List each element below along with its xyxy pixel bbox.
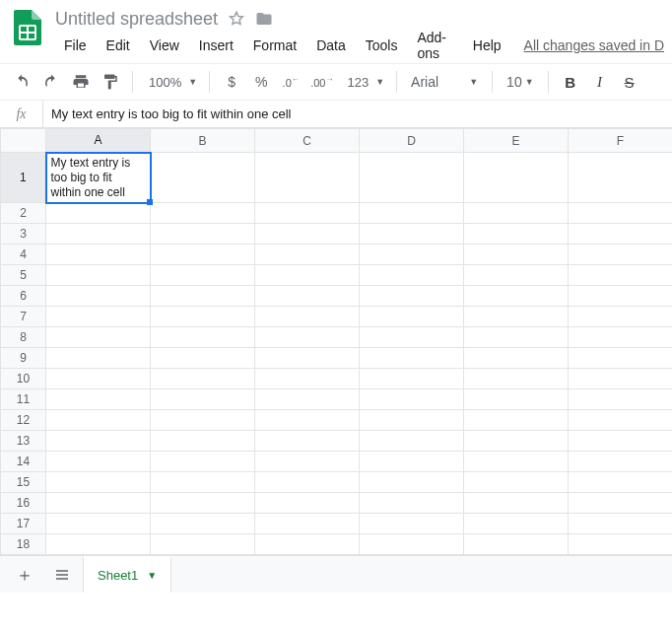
save-status[interactable]: All changes saved in D — [524, 37, 664, 53]
cell-B15[interactable] — [151, 472, 255, 493]
cell-E18[interactable] — [464, 534, 569, 555]
cell-E17[interactable] — [464, 514, 569, 534]
row-header-7[interactable]: 7 — [1, 307, 46, 327]
cell-F11[interactable] — [569, 389, 673, 410]
row-header-6[interactable]: 6 — [1, 286, 46, 307]
cell-D11[interactable] — [360, 389, 464, 410]
cell-D17[interactable] — [360, 514, 464, 534]
cell-D9[interactable] — [360, 348, 464, 369]
cell-B16[interactable] — [151, 493, 255, 514]
cell-D14[interactable] — [360, 452, 464, 472]
cell-C13[interactable] — [255, 431, 360, 452]
spreadsheet-grid[interactable]: A B C D E F 1My text entry is too big to… — [0, 128, 672, 555]
cell-A14[interactable] — [46, 452, 151, 472]
menu-format[interactable]: Format — [244, 34, 305, 57]
cell-C15[interactable] — [255, 472, 360, 493]
cell-D7[interactable] — [360, 307, 464, 327]
cell-C9[interactable] — [255, 348, 360, 369]
cell-C3[interactable] — [255, 224, 360, 245]
row-header-8[interactable]: 8 — [1, 327, 46, 348]
col-header-A[interactable]: A — [46, 129, 151, 153]
menu-insert[interactable]: Insert — [190, 34, 242, 57]
more-formats-button[interactable]: 123▼ — [339, 68, 388, 96]
cell-A3[interactable] — [46, 224, 151, 245]
menu-view[interactable]: View — [141, 34, 188, 57]
cell-F13[interactable] — [569, 431, 673, 452]
cell-D2[interactable] — [360, 203, 464, 224]
cell-A4[interactable] — [46, 245, 151, 265]
cell-D5[interactable] — [360, 265, 464, 286]
cell-B7[interactable] — [151, 307, 255, 327]
cell-A15[interactable] — [46, 472, 151, 493]
format-percent-button[interactable]: % — [247, 68, 275, 96]
cell-E15[interactable] — [464, 472, 569, 493]
cell-C17[interactable] — [255, 514, 360, 534]
cell-B11[interactable] — [151, 389, 255, 410]
cell-E9[interactable] — [464, 348, 569, 369]
fx-icon[interactable]: fx — [0, 101, 43, 127]
cell-F16[interactable] — [569, 493, 673, 514]
col-header-D[interactable]: D — [360, 129, 464, 153]
cell-C7[interactable] — [255, 307, 360, 327]
cell-B18[interactable] — [151, 534, 255, 555]
folder-icon[interactable] — [255, 10, 273, 28]
cell-D4[interactable] — [360, 245, 464, 265]
cell-F2[interactable] — [569, 203, 673, 224]
cell-D18[interactable] — [360, 534, 464, 555]
col-header-F[interactable]: F — [569, 129, 673, 153]
cell-A1[interactable]: My text entry is too big to fit within o… — [46, 153, 151, 203]
row-header-1[interactable]: 1 — [1, 153, 46, 203]
cell-F18[interactable] — [569, 534, 673, 555]
add-sheet-button[interactable]: ＋ — [8, 560, 41, 590]
italic-button[interactable]: I — [586, 68, 614, 96]
row-header-13[interactable]: 13 — [1, 431, 46, 452]
cell-A18[interactable] — [46, 534, 151, 555]
col-header-C[interactable]: C — [255, 129, 360, 153]
row-header-12[interactable]: 12 — [1, 410, 46, 431]
cell-D10[interactable] — [360, 369, 464, 389]
row-header-18[interactable]: 18 — [1, 534, 46, 555]
cell-B14[interactable] — [151, 452, 255, 472]
cell-B3[interactable] — [151, 224, 255, 245]
undo-button[interactable] — [8, 68, 35, 96]
cell-C18[interactable] — [255, 534, 360, 555]
cell-F6[interactable] — [569, 286, 673, 307]
cell-C4[interactable] — [255, 245, 360, 265]
cell-B12[interactable] — [151, 410, 255, 431]
cell-E14[interactable] — [464, 452, 569, 472]
cell-C2[interactable] — [255, 203, 360, 224]
cell-F5[interactable] — [569, 265, 673, 286]
cell-D15[interactable] — [360, 472, 464, 493]
all-sheets-button[interactable] — [45, 560, 79, 590]
cell-C5[interactable] — [255, 265, 360, 286]
row-header-16[interactable]: 16 — [1, 493, 46, 514]
cell-F8[interactable] — [569, 327, 673, 348]
cell-B17[interactable] — [151, 514, 255, 534]
cell-E3[interactable] — [464, 224, 569, 245]
menu-tools[interactable]: Tools — [357, 34, 407, 57]
bold-button[interactable]: B — [557, 68, 584, 96]
cell-D13[interactable] — [360, 431, 464, 452]
cell-F17[interactable] — [569, 514, 673, 534]
cell-E7[interactable] — [464, 307, 569, 327]
col-header-E[interactable]: E — [464, 129, 569, 153]
font-size-select[interactable]: 10▼ — [501, 68, 540, 96]
cell-A9[interactable] — [46, 348, 151, 369]
cell-F7[interactable] — [569, 307, 673, 327]
font-family-select[interactable]: Arial▼ — [405, 68, 484, 96]
cell-F9[interactable] — [569, 348, 673, 369]
cell-C16[interactable] — [255, 493, 360, 514]
menu-addons[interactable]: Add-ons — [408, 26, 461, 65]
cell-C12[interactable] — [255, 410, 360, 431]
cell-D1[interactable] — [360, 153, 464, 203]
row-header-11[interactable]: 11 — [1, 389, 46, 410]
print-button[interactable] — [67, 68, 95, 96]
cell-B9[interactable] — [151, 348, 255, 369]
cell-E13[interactable] — [464, 431, 569, 452]
select-all-corner[interactable] — [1, 129, 46, 153]
sheets-logo[interactable] — [8, 8, 47, 47]
cell-A12[interactable] — [46, 410, 151, 431]
row-header-15[interactable]: 15 — [1, 472, 46, 493]
cell-B8[interactable] — [151, 327, 255, 348]
cell-B10[interactable] — [151, 369, 255, 389]
